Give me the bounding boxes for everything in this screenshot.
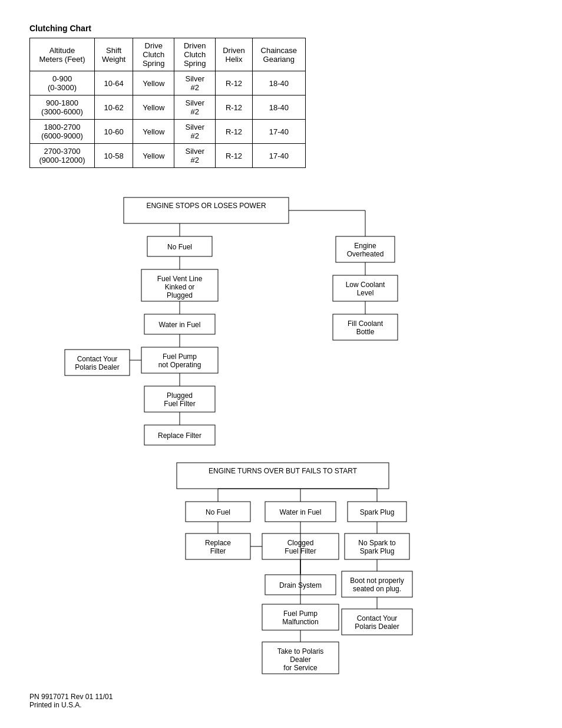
svg-text:Kinked or: Kinked or [165,283,195,291]
svg-text:Contact Your: Contact Your [77,355,118,363]
svg-text:Bottle: Bottle [356,328,375,336]
svg-text:Polaris Dealer: Polaris Dealer [355,622,399,631]
svg-text:Fuel Pump: Fuel Pump [163,353,197,361]
svg-text:Plugged: Plugged [167,391,193,400]
svg-text:Malfunction: Malfunction [282,618,318,626]
table-row: 2700-3700(9000-12000) 10-58 Yellow Silve… [30,144,306,168]
svg-text:Fuel Vent Line: Fuel Vent Line [157,275,203,283]
svg-text:Take to Polaris: Take to Polaris [277,647,324,655]
svg-text:not Operating: not Operating [158,361,201,369]
svg-text:Replace Filter: Replace Filter [158,431,201,440]
flowchart-area: ENGINE STOPS OR LOSES POWER No Fuel Fuel… [29,192,536,675]
svg-text:Spark Plug: Spark Plug [360,547,395,555]
svg-text:Water in Fuel: Water in Fuel [159,321,201,329]
svg-text:Dealer: Dealer [290,655,310,664]
svg-text:Plugged: Plugged [167,291,193,299]
svg-text:Spark Plug: Spark Plug [360,508,395,516]
svg-text:seated on plug.: seated on plug. [353,585,401,593]
svg-text:Low Coolant: Low Coolant [346,281,385,289]
footer-line2: Printed in U.S.A. [29,701,533,709]
flowchart-svg: ENGINE STOPS OR LOSES POWER No Fuel Fuel… [29,192,536,675]
svg-text:for Service: for Service [283,664,318,672]
svg-text:Replace: Replace [205,539,231,547]
section-title: Clutching Chart [29,24,533,33]
table-row: 1800-2700(6000-9000) 10-60 Yellow Silver… [30,120,306,144]
svg-text:Water in Fuel: Water in Fuel [280,508,322,516]
svg-text:Level: Level [357,289,374,297]
clutch-table: AltitudeMeters (Feet) ShiftWeight DriveC… [29,38,306,168]
svg-text:Fuel Filter: Fuel Filter [164,400,195,408]
svg-text:ENGINE TURNS OVER BUT FAILS TO: ENGINE TURNS OVER BUT FAILS TO START [209,467,358,475]
svg-text:Boot not properly: Boot not properly [350,577,404,585]
svg-text:Polaris Dealer: Polaris Dealer [75,363,119,371]
svg-text:No Fuel: No Fuel [167,243,192,251]
svg-text:Engine: Engine [354,242,376,250]
svg-text:Filter: Filter [210,547,226,555]
table-row: 0-900(0-3000) 10-64 Yellow Silver#2 R-12… [30,71,306,95]
svg-text:No Fuel: No Fuel [206,508,230,516]
table-row: 900-1800(3000-6000) 10-62 Yellow Silver#… [30,95,306,120]
svg-text:Overheated: Overheated [347,250,384,258]
svg-text:Fill Coolant: Fill Coolant [348,319,384,328]
svg-text:Fuel Pump: Fuel Pump [283,610,318,618]
footer-line1: PN 9917071 Rev 01 11/01 [29,693,533,701]
svg-text:ENGINE STOPS OR LOSES POWER: ENGINE STOPS OR LOSES POWER [146,202,266,210]
footer: PN 9917071 Rev 01 11/01 Printed in U.S.A… [29,693,533,709]
svg-text:Contact Your: Contact Your [357,614,398,622]
svg-text:No Spark to: No Spark to [358,539,396,547]
